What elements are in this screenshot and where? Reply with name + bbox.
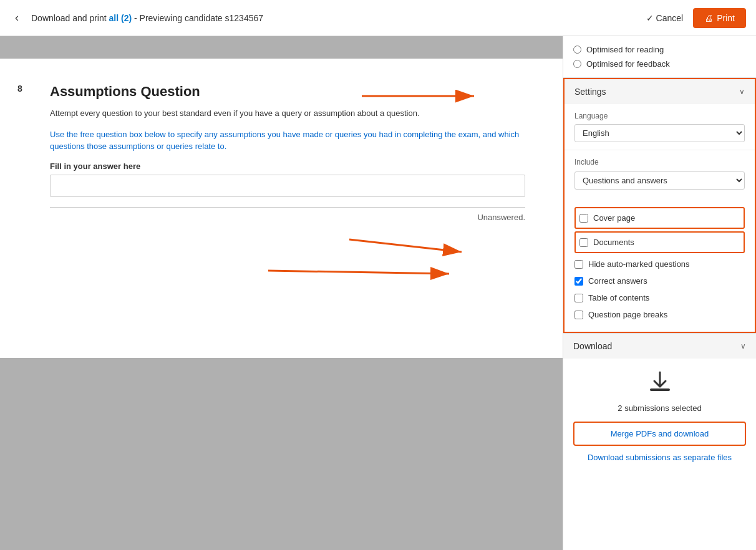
download-header[interactable]: Download ∨ — [563, 334, 756, 359]
question-description: Attempt every question to your best stan… — [50, 107, 525, 120]
print-button[interactable]: 🖨 Print — [693, 8, 746, 28]
question-title: Assumptions Question — [50, 84, 525, 100]
svg-line-2 — [349, 239, 462, 252]
download-section: Download ∨ 2 submissions selected Merge … — [563, 333, 756, 476]
language-group: Language English French Spanish — [565, 104, 755, 150]
checkbox-cover-page[interactable]: Cover page — [579, 210, 740, 226]
settings-header[interactable]: Settings ∨ — [565, 79, 755, 104]
table-of-contents-label: Table of contents — [588, 293, 649, 302]
print-label: Print — [717, 13, 735, 23]
include-section: Include Questions and answers Questions … — [565, 150, 755, 203]
question-number: 8 — [17, 84, 22, 94]
top-bar-right: ✓ Cancel 🖨 Print — [646, 8, 746, 28]
svg-rect-5 — [650, 388, 670, 391]
checkbox-table-of-contents[interactable]: Table of contents — [574, 289, 745, 306]
settings-title: Settings — [574, 87, 606, 97]
language-select[interactable]: English French Spanish — [574, 124, 745, 142]
download-title: Download — [573, 341, 612, 351]
settings-section: Settings ∨ Language English French Spani… — [563, 78, 756, 333]
radio-optimised-feedback[interactable]: Optimised for feedback — [573, 59, 746, 69]
documents-wrapper: Documents — [574, 231, 745, 253]
checkbox-documents[interactable]: Documents — [579, 234, 740, 251]
back-button[interactable]: ‹ — [10, 9, 24, 27]
main-layout: 8 Assumptions Question Attempt every que… — [0, 36, 756, 550]
top-bar-left: ‹ Download and print all (2) - Previewin… — [10, 9, 263, 27]
correct-answers-label: Correct answers — [588, 276, 647, 286]
preview-bottom — [0, 358, 563, 550]
download-icon — [573, 371, 746, 398]
preview-area: 8 Assumptions Question Attempt every que… — [0, 36, 563, 550]
merge-button[interactable]: Merge PDFs and download — [573, 422, 746, 446]
question-note: Use the free question box below to speci… — [50, 128, 525, 153]
separate-files-link[interactable]: Download submissions as separate files — [573, 452, 746, 463]
radio-optimised-reading[interactable]: Optimised for reading — [573, 45, 746, 54]
submissions-count: 2 submissions selected — [573, 403, 746, 413]
checkbox-hide-automarked[interactable]: Hide auto-marked questions — [574, 256, 745, 273]
checkbox-correct-answers[interactable]: Correct answers — [574, 273, 745, 289]
page-title: Download and print all (2) - Previewing … — [31, 13, 263, 23]
title-suffix: - Previewing candidate s1234567 — [132, 13, 263, 23]
fill-label: Fill in your answer here — [50, 162, 525, 171]
hide-automarked-label: Hide auto-marked questions — [588, 259, 690, 269]
include-label: Include — [574, 158, 745, 166]
documents-label: Documents — [593, 238, 634, 247]
language-label: Language — [574, 112, 745, 120]
answer-input-box — [50, 175, 525, 197]
preview-page: 8 Assumptions Question Attempt every que… — [0, 59, 563, 358]
all-link[interactable]: all (2) — [109, 13, 132, 23]
svg-line-3 — [268, 271, 449, 274]
title-prefix: Download and print — [31, 13, 109, 23]
cancel-label: Cancel — [656, 13, 684, 23]
settings-body: Language English French Spanish Include … — [565, 104, 755, 332]
radio-reading-label: Optimised for reading — [586, 45, 664, 54]
question-page-breaks-label: Question page breaks — [588, 310, 667, 319]
page-gray-bar-top — [0, 36, 563, 59]
cover-page-label: Cover page — [593, 213, 635, 223]
checkmark-icon: ✓ — [646, 13, 654, 23]
top-bar: ‹ Download and print all (2) - Previewin… — [0, 0, 756, 36]
question-content: Assumptions Question Attempt every quest… — [37, 84, 525, 222]
divider — [50, 207, 525, 208]
include-select[interactable]: Questions and answers Questions only Ans… — [574, 171, 745, 190]
settings-chevron-icon: ∨ — [739, 87, 745, 96]
checkbox-question-page-breaks[interactable]: Question page breaks — [574, 306, 745, 323]
unanswered-label: Unanswered. — [50, 213, 525, 222]
checkbox-group: Cover page Documents Hide auto-marked qu… — [565, 203, 755, 332]
download-chevron-icon: ∨ — [740, 342, 746, 350]
right-panel: Optimised for reading Optimised for feed… — [563, 36, 756, 550]
radio-feedback-label: Optimised for feedback — [586, 59, 670, 69]
cover-page-wrapper: Cover page — [574, 207, 745, 229]
cancel-button[interactable]: ✓ Cancel — [646, 13, 684, 23]
printer-icon: 🖨 — [704, 13, 713, 23]
download-body: 2 submissions selected Merge PDFs and do… — [563, 359, 756, 476]
radio-section: Optimised for reading Optimised for feed… — [563, 36, 756, 78]
